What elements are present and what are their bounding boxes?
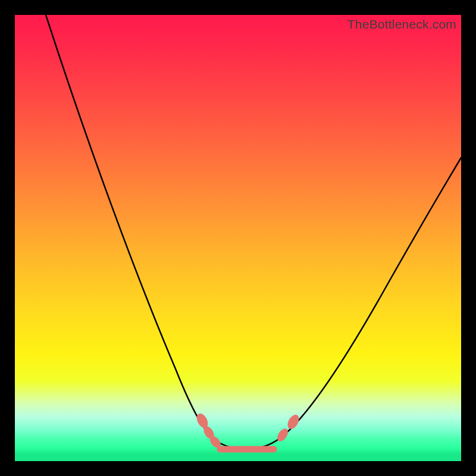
bottleneck-curve-svg bbox=[15, 15, 461, 461]
bottleneck-curve-path bbox=[46, 15, 461, 449]
chart-frame: TheBottleneck.com bbox=[0, 0, 476, 476]
marker-bead bbox=[286, 413, 302, 431]
watermark-label: TheBottleneck.com bbox=[347, 17, 456, 32]
chart-plot-area: TheBottleneck.com bbox=[15, 15, 461, 461]
